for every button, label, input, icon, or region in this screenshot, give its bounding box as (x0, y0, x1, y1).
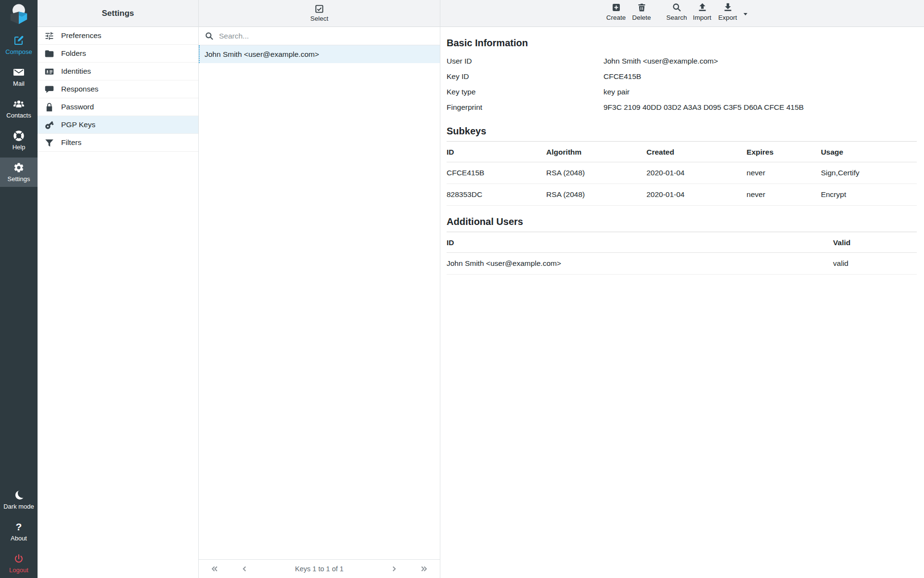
last-page-button[interactable] (420, 565, 428, 573)
search-button[interactable]: Search (666, 2, 687, 21)
settings-item-password[interactable]: Password (38, 98, 198, 116)
import-button-label: Import (693, 14, 711, 21)
folder-icon (44, 49, 54, 59)
speech-bubble-icon (44, 84, 54, 94)
column-header: Algorithm (546, 142, 646, 162)
settings-item-label: Responses (61, 85, 99, 93)
funnel-icon (44, 138, 54, 148)
user-row: John Smith <user@example.com> valid (447, 253, 917, 275)
chevron-right-icon (390, 565, 398, 573)
column-header: ID (447, 142, 546, 162)
delete-button[interactable]: Delete (631, 2, 652, 21)
export-button[interactable]: Export (717, 2, 738, 21)
subkey-row: CFCE415B RSA (2048) 2020-01-04 never Sig… (447, 162, 917, 184)
info-label: Fingerprint (447, 103, 603, 112)
delete-button-label: Delete (632, 14, 651, 21)
power-icon (13, 553, 25, 565)
app-window: Compose Mail Contacts (0, 0, 924, 578)
toolbar: Create Delete Search (605, 2, 748, 21)
settings-item-filters[interactable]: Filters (38, 134, 198, 152)
checkbox-check-icon (315, 4, 324, 13)
double-chevron-right-icon (420, 565, 428, 573)
search-bar (199, 27, 440, 45)
settings-item-label: Identities (61, 67, 91, 76)
subkeys-header-row: ID Algorithm Created Expires Usage (447, 142, 917, 162)
settings-item-label: Password (61, 103, 94, 111)
subkey-usage: Sign,Certify (821, 162, 917, 184)
user-valid: valid (833, 253, 917, 275)
taskbar-item-help[interactable]: Help (0, 126, 38, 155)
taskbar-item-compose[interactable]: Compose (0, 30, 38, 60)
settings-item-identities[interactable]: Identities (38, 63, 198, 80)
id-card-icon (44, 66, 54, 77)
import-icon (697, 2, 707, 13)
info-value: CFCE415B (603, 72, 641, 81)
subkey-created: 2020-01-04 (646, 184, 746, 206)
sliders-icon (44, 31, 54, 41)
settings-item-label: Filters (61, 138, 81, 147)
taskbar-item-mail[interactable]: Mail (0, 62, 38, 92)
settings-item-label: PGP Keys (61, 120, 95, 129)
mail-icon (13, 66, 25, 78)
search-icon (205, 31, 214, 41)
subkey-algorithm: RSA (2048) (546, 162, 646, 184)
settings-item-folders[interactable]: Folders (38, 45, 198, 63)
additional-users-table: ID Valid John Smith <user@example.com> v… (447, 232, 917, 275)
previous-page-button[interactable] (240, 565, 249, 573)
export-icon (723, 2, 733, 13)
search-input[interactable] (219, 32, 434, 40)
contacts-icon (13, 98, 25, 110)
taskbar-item-label: Logout (9, 566, 28, 574)
key-details-frame: Create Delete Search (440, 0, 924, 578)
list-pagination: Keys 1 to 1 of 1 (199, 559, 440, 578)
info-row-fingerprint: Fingerprint 9F3C 2109 40DD 03D2 A3A3 D09… (447, 100, 917, 115)
taskbar-item-about[interactable]: ? About (0, 517, 38, 546)
taskbar-item-label: Contacts (6, 112, 31, 119)
column-header: Expires (746, 142, 821, 162)
trash-icon (637, 2, 647, 13)
settings-item-preferences[interactable]: Preferences (38, 27, 198, 45)
taskbar-item-label: About (11, 535, 27, 542)
settings-item-pgp-keys[interactable]: PGP Keys (38, 116, 198, 134)
lock-icon (44, 102, 54, 112)
import-button[interactable]: Import (692, 2, 713, 21)
double-chevron-left-icon (210, 565, 219, 573)
settings-panel-title: Settings (38, 0, 198, 27)
users-header-row: ID Valid (447, 232, 917, 253)
subkey-row: 828353DC RSA (2048) 2020-01-04 never Enc… (447, 184, 917, 206)
column-header: Usage (821, 142, 917, 162)
info-label: Key ID (447, 72, 603, 81)
next-page-button[interactable] (390, 565, 398, 573)
roundcube-logo[interactable] (0, 0, 38, 28)
taskbar-item-contacts[interactable]: Contacts (0, 94, 38, 123)
caret-down-icon (743, 11, 748, 17)
taskbar-item-dark-mode[interactable]: Dark mode (0, 485, 38, 514)
settings-item-label: Folders (61, 49, 86, 58)
subkey-expires: never (746, 162, 821, 184)
column-header: Valid (833, 232, 917, 253)
taskbar: Compose Mail Contacts (0, 0, 38, 578)
key-list-item[interactable]: John Smith <user@example.com> (199, 45, 440, 63)
taskbar-spacer (0, 187, 38, 483)
info-value: 9F3C 2109 40DD 03D2 A3A3 D095 C3F5 D60A … (603, 103, 804, 112)
create-button[interactable]: Create (605, 2, 627, 21)
settings-item-responses[interactable]: Responses (38, 80, 198, 98)
info-row-key-type: Key type key pair (447, 84, 917, 100)
pagination-label: Keys 1 to 1 of 1 (249, 565, 390, 573)
subkey-algorithm: RSA (2048) (546, 184, 646, 206)
info-row-key-id: Key ID CFCE415B (447, 69, 917, 84)
first-page-button[interactable] (210, 565, 219, 573)
toolbar-bar: Create Delete Search (440, 0, 924, 27)
moon-icon (13, 489, 25, 501)
taskbar-item-logout[interactable]: Logout (0, 549, 38, 578)
select-button[interactable]: Select (310, 4, 329, 22)
question-icon: ? (16, 521, 22, 533)
taskbar-item-label: Help (13, 144, 26, 151)
taskbar-item-settings[interactable]: Settings (0, 158, 38, 187)
search-button-label: Search (667, 14, 687, 21)
subkey-id: 828353DC (447, 184, 546, 206)
subkey-id: CFCE415B (447, 162, 546, 184)
info-row-user-id: User ID John Smith <user@example.com> (447, 53, 917, 69)
export-button-label: Export (718, 14, 737, 21)
export-options-caret[interactable] (743, 10, 748, 19)
